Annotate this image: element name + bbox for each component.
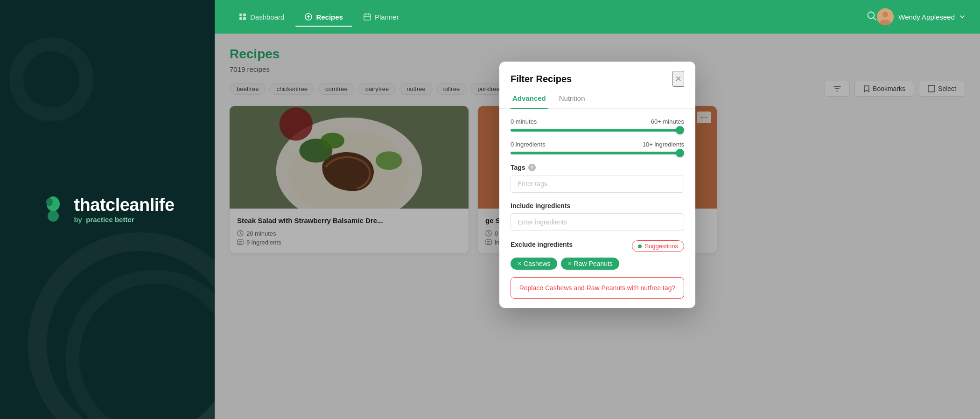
ingredients-min-label: 0 ingredients	[511, 141, 545, 148]
modal-tabs: Advanced Nutrition	[499, 89, 695, 109]
modal-tab-advanced[interactable]: Advanced	[511, 89, 548, 109]
ingredients-max-label: 10+ ingredients	[643, 141, 684, 148]
svg-point-2	[48, 210, 59, 222]
suggestions-button[interactable]: Suggestions	[632, 240, 684, 252]
svg-rect-3	[239, 14, 242, 16]
excluded-tag-raw-peanuts[interactable]: ✕ Raw Peanuts	[561, 258, 619, 270]
brand-sub: by practice better	[74, 216, 174, 223]
include-ingredients-label: Include ingredients	[511, 202, 684, 210]
exclude-header: Exclude ingredients Suggestions	[511, 240, 684, 252]
nav-tabs: Dashboard Recipes Planner	[230, 9, 855, 25]
modal-title: Filter Recipes	[511, 74, 572, 84]
modal-close-button[interactable]: ×	[672, 71, 684, 87]
brand-logo: thatcleanlife by practice better	[40, 196, 174, 223]
modal-tab-nutrition[interactable]: Nutrition	[557, 89, 587, 109]
ingredients-range-track[interactable]	[511, 152, 684, 154]
calendar-icon	[364, 13, 371, 21]
exclude-ingredients-label: Exclude ingredients	[511, 241, 573, 248]
remove-cashews-icon[interactable]: ✕	[517, 260, 522, 267]
avatar-image	[877, 8, 894, 25]
time-range-labels: 0 minutes 60+ minutes	[511, 118, 684, 125]
chevron-down-icon	[959, 14, 965, 20]
nav-tab-planner[interactable]: Planner	[354, 9, 408, 25]
nav-tab-recipes[interactable]: Recipes	[295, 9, 352, 25]
time-range-section: 0 minutes 60+ minutes	[511, 118, 684, 132]
excluded-tags: ✕ Cashews ✕ Raw Peanuts	[511, 258, 684, 270]
ingredients-range-fill	[511, 152, 684, 154]
suggestion-banner[interactable]: Replace Cashews and Raw Peanuts with nut…	[511, 277, 684, 299]
avatar	[877, 8, 894, 25]
ingredients-range-labels: 0 ingredients 10+ ingredients	[511, 141, 684, 148]
modal-overlay: Filter Recipes × Advanced Nutrition 0 mi…	[215, 34, 980, 419]
tags-help-icon[interactable]: ?	[528, 164, 536, 171]
content-area: Recipes 7019 recipes beeffree chickenfre…	[215, 34, 980, 419]
tags-label: Tags ?	[511, 164, 684, 171]
search-button[interactable]	[867, 11, 877, 23]
top-nav: Dashboard Recipes Planner	[215, 0, 980, 34]
modal-header: Filter Recipes ×	[499, 62, 695, 87]
svg-rect-4	[243, 14, 246, 16]
grid-icon	[239, 13, 246, 21]
time-range-track[interactable]	[511, 129, 684, 132]
user-menu[interactable]: Wendy Appleseed	[877, 8, 965, 25]
svg-rect-8	[364, 14, 371, 20]
search-icon	[867, 11, 877, 21]
recipe-icon	[305, 13, 312, 21]
excluded-tag-cashews[interactable]: ✕ Cashews	[511, 258, 557, 270]
brand-sidebar: thatcleanlife by practice better	[0, 0, 215, 419]
modal-body: 0 minutes 60+ minutes 0 ingredients	[499, 109, 695, 308]
svg-point-11	[882, 12, 888, 17]
remove-raw-peanuts-icon[interactable]: ✕	[567, 260, 572, 267]
suggestions-dot	[638, 244, 642, 248]
nav-tab-dashboard[interactable]: Dashboard	[230, 9, 294, 25]
app-area: Dashboard Recipes Planner	[215, 0, 980, 419]
svg-point-1	[46, 198, 53, 206]
brand-name: thatcleanlife	[74, 196, 174, 214]
time-min-label: 0 minutes	[511, 118, 537, 125]
svg-rect-5	[239, 17, 242, 20]
svg-rect-6	[243, 17, 246, 20]
tags-input[interactable]	[511, 175, 684, 193]
brand-text: thatcleanlife by practice better	[74, 196, 174, 223]
include-ingredients-input[interactable]	[511, 213, 684, 231]
time-max-label: 60+ minutes	[651, 118, 684, 125]
ingredients-range-section: 0 ingredients 10+ ingredients	[511, 141, 684, 154]
ingredients-range-thumb[interactable]	[676, 149, 684, 157]
time-range-thumb[interactable]	[676, 126, 684, 134]
time-range-fill	[511, 129, 684, 132]
filter-modal: Filter Recipes × Advanced Nutrition 0 mi…	[499, 62, 695, 308]
brand-icon	[40, 196, 66, 223]
